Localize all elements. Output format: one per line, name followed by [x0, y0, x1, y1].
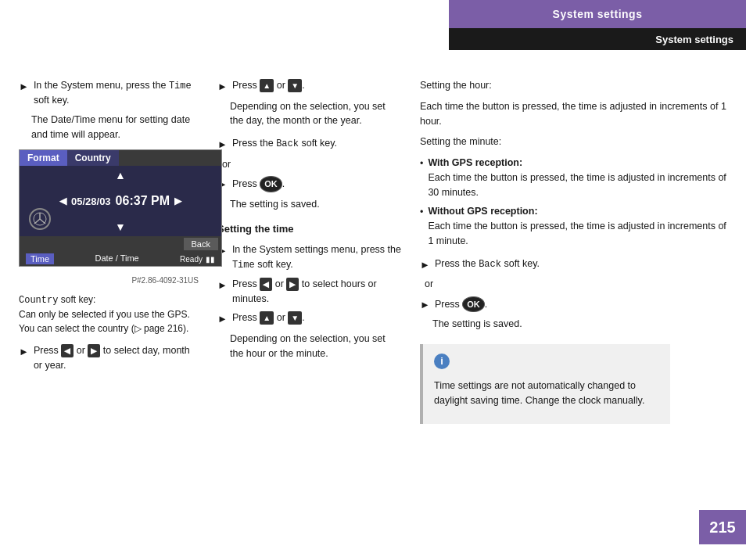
up-btn-2: ▲ — [260, 311, 274, 325]
nav-display-area: ▲ ◀ 05/28/03 06:37 PM ▶ ▼ — [20, 166, 221, 236]
with-gps-title: With GPS reception: — [428, 157, 522, 168]
press-back-text: Press the Back soft key. — [232, 136, 337, 153]
svg-line-3 — [40, 219, 45, 224]
nav-status-right: Ready ▮▮ — [180, 253, 215, 264]
columns: ► In the System menu, press the Time sof… — [19, 78, 727, 424]
nav-back-bar: Back — [20, 236, 221, 252]
nav-arrow-up-icon: ▲ — [115, 169, 126, 181]
col-middle: ► Press ▲ or ▼. Depending on the selecti… — [217, 78, 401, 424]
ok-btn-2: OK — [462, 296, 485, 313]
nav-arrow-down-icon: ▼ — [115, 221, 126, 233]
time-mono: Time — [169, 81, 192, 92]
nav-left-arrow-icon: ◀ — [59, 196, 66, 206]
up-btn-1: ▲ — [260, 79, 274, 92]
setting-time-heading: Setting the time — [217, 221, 401, 237]
bullet-dot-2: • — [420, 205, 423, 248]
nav-time: 06:37 PM — [116, 194, 170, 208]
without-gps-item: • Without GPS reception: Each time the b… — [420, 204, 727, 248]
ok-btn-1: OK — [260, 176, 282, 192]
right-arrow-btn: ▶ — [88, 344, 100, 357]
arrow-icon-3: ► — [217, 79, 228, 95]
press-back-bullet: ► Press the Back soft key. — [217, 136, 401, 153]
setting-saved-2: The setting is saved. — [432, 317, 727, 332]
info-icon: i — [434, 354, 450, 369]
system-menu-text: In the System settings menu, press the T… — [232, 242, 401, 272]
system-menu-bullet: ► In the System settings menu, press the… — [217, 242, 401, 272]
nav-date-time: ◀ 05/28/03 06:37 PM ▶ — [59, 194, 181, 208]
or-text-2: or — [425, 277, 727, 292]
setting-hour-desc: Each time the button is pressed, the tim… — [420, 99, 727, 129]
arrow-icon: ► — [19, 79, 29, 108]
press-ok-right: ► Press OK. — [420, 296, 727, 313]
nav-ready: Ready — [180, 255, 203, 264]
header-band: System settings — [449, 0, 746, 28]
updown-desc: Depending on the selection, you set the … — [230, 99, 401, 129]
nav-status-bar: Time Date / Time Ready ▮▮ — [20, 252, 221, 266]
without-gps-desc: Each time the button is pressed, the tim… — [428, 221, 726, 246]
press-updown-text-2: Press ▲ or ▼. — [232, 311, 305, 327]
header-title: System settings — [553, 8, 643, 20]
arrow-icon-9: ► — [420, 257, 430, 273]
left-arrow-btn: ◀ — [61, 344, 74, 357]
without-gps-title: Without GPS reception: — [428, 206, 537, 217]
sub-header: System settings — [449, 28, 746, 50]
nav-menu-bar: Format Country — [20, 150, 221, 166]
arrow-icon-2: ► — [19, 344, 29, 373]
info-text: Time settings are not automatically chan… — [434, 379, 659, 408]
country-desc1: soft key: — [58, 294, 95, 305]
press-updown-bullet: ► Press ▲ or ▼. — [217, 78, 401, 95]
country-mono: Country — [19, 295, 58, 306]
format-menu-item: Format — [20, 150, 67, 166]
nav-tab-datetime: Date / Time — [95, 253, 138, 264]
sub-header-title: System settings — [655, 34, 733, 45]
nav-tab-time: Time — [26, 253, 54, 264]
col-right: Setting the hour: Each time the button i… — [420, 78, 727, 424]
updown-desc-2: Depending on the selection, you set the … — [230, 332, 401, 361]
info-box: i Time settings are not automatically ch… — [420, 344, 670, 424]
intro-desc: The Date/Time menu for setting date and … — [31, 113, 199, 142]
arrow-icon-7: ► — [217, 278, 228, 307]
country-menu-item: Country — [67, 150, 119, 166]
left-btn-2: ◀ — [260, 278, 272, 291]
svg-line-2 — [34, 219, 40, 224]
bullet-dot-1: • — [420, 156, 423, 199]
press-ok-right-text: Press OK. — [435, 296, 487, 313]
without-gps-text: Without GPS reception: Each time the but… — [428, 204, 727, 248]
press-select-bullet: ► Press ◀ or ▶ to select day, month or y… — [19, 343, 199, 373]
press-updown-bullet-2: ► Press ▲ or ▼. — [217, 311, 401, 327]
or-text-1: or — [222, 157, 401, 172]
down-btn-2: ▼ — [288, 311, 302, 325]
time-mono-2: Time — [232, 260, 255, 271]
press-back-right-text: Press the Back soft key. — [435, 257, 540, 273]
col-left: ► In the System menu, press the Time sof… — [19, 78, 199, 424]
intro-bullet: ► In the System menu, press the Time sof… — [19, 78, 199, 108]
back-mono-2: Back — [479, 259, 501, 270]
part-number: P#2.86-4092-31US — [19, 275, 199, 286]
main-content: ► In the System menu, press the Time sof… — [0, 63, 746, 560]
setting-hour-title: Setting the hour: — [420, 78, 727, 93]
page-number-box: 215 — [699, 510, 746, 544]
press-ok-bullet-1: ► Press OK. — [217, 176, 401, 192]
brand-logo — [29, 208, 51, 230]
country-desc: Country soft key: Can only be selected i… — [19, 293, 199, 336]
nav-date: 05/28/03 — [71, 196, 111, 207]
press-lr-bullet: ► Press ◀ or ▶ to select hours or minute… — [217, 277, 401, 307]
down-btn-1: ▼ — [288, 79, 302, 92]
info-icon-row: i — [434, 354, 659, 374]
arrow-icon-10: ► — [420, 297, 430, 313]
nav-back-btn: Back — [184, 238, 218, 250]
arrow-icon-8: ► — [217, 311, 228, 327]
with-gps-desc: Each time the button is pressed, the tim… — [428, 172, 726, 198]
with-gps-text: With GPS reception: Each time the button… — [428, 156, 727, 199]
press-back-right: ► Press the Back soft key. — [420, 257, 727, 273]
press-updown-text: Press ▲ or ▼. — [232, 78, 305, 95]
with-gps-item: • With GPS reception: Each time the butt… — [420, 156, 727, 199]
back-mono-1: Back — [276, 138, 299, 149]
country-desc2: Can only be selected if you use the GPS.… — [19, 309, 190, 334]
press-select-text: Press ◀ or ▶ to select day, month or yea… — [34, 343, 199, 373]
press-ok-text-1: Press OK. — [232, 176, 285, 192]
nav-screen: Format Country ▲ ◀ 05/28/03 06:37 PM ▶ ▼ — [19, 149, 222, 267]
intro-text: In the System menu, press the Time soft … — [34, 78, 199, 108]
setting-minute-title: Setting the minute: — [420, 135, 727, 149]
page-number: 215 — [709, 519, 735, 537]
